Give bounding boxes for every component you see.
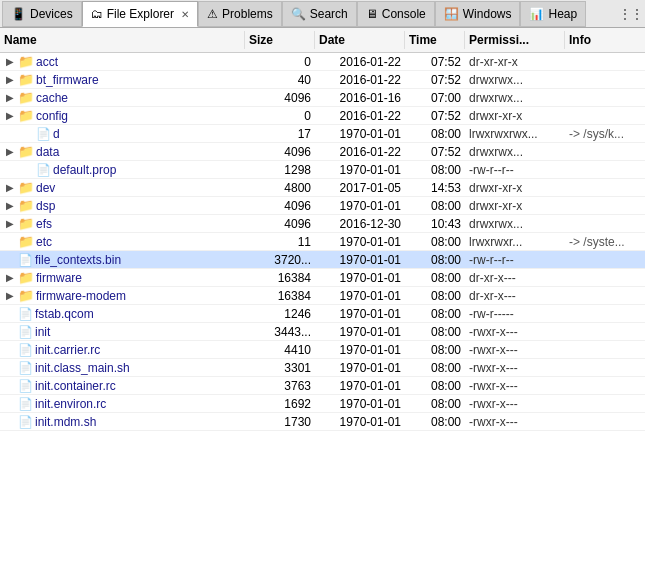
file-name-text: init <box>35 325 50 339</box>
file-size-cell: 4096 <box>245 90 315 106</box>
tab-label-devices: Devices <box>30 7 73 21</box>
file-perm-cell: drwxrwx... <box>465 144 565 160</box>
file-perm-cell: lrwxrwxrwx... <box>465 126 565 142</box>
tab-problems[interactable]: ⚠Problems <box>198 1 282 27</box>
tab-windows[interactable]: 🪟Windows <box>435 1 521 27</box>
file-name-text: acct <box>36 55 58 69</box>
folder-icon: 📁 <box>18 270 34 285</box>
tab-search[interactable]: 🔍Search <box>282 1 357 27</box>
file-time-cell: 08:00 <box>405 306 465 322</box>
file-row[interactable]: 📄init.container.rc37631970-01-0108:00-rw… <box>0 377 645 395</box>
file-info-cell <box>565 79 645 81</box>
file-time-cell: 08:00 <box>405 360 465 376</box>
file-name-cell: ▶📁firmware <box>0 269 245 286</box>
file-row[interactable]: ▶📁dsp40961970-01-0108:00drwxr-xr-x <box>0 197 645 215</box>
file-name-text: init.container.rc <box>35 379 116 393</box>
file-date-cell: 2016-12-30 <box>315 216 405 232</box>
file-name-cell: 📄init.class_main.sh <box>0 360 245 376</box>
file-name-cell: 📄init.container.rc <box>0 378 245 394</box>
file-name-text: etc <box>36 235 52 249</box>
expand-button[interactable]: ▶ <box>4 200 16 212</box>
toolbar-menu: ⋮⋮ <box>623 6 643 22</box>
file-info-cell <box>565 277 645 279</box>
col-header-time[interactable]: Time <box>405 31 465 49</box>
file-info-cell <box>565 151 645 153</box>
col-header-perms[interactable]: Permissi... <box>465 31 565 49</box>
file-name-cell: ▶📁acct <box>0 53 245 70</box>
file-info-cell <box>565 259 645 261</box>
col-header-info[interactable]: Info <box>565 31 645 49</box>
file-row[interactable]: 📄init3443...1970-01-0108:00-rwxr-x--- <box>0 323 645 341</box>
tab-file-explorer[interactable]: 🗂File Explorer✕ <box>82 1 198 27</box>
file-date-cell: 1970-01-01 <box>315 324 405 340</box>
file-row[interactable]: ▶📁data40962016-01-2207:52drwxrwx... <box>0 143 645 161</box>
file-row[interactable]: ▶📁bt_firmware402016-01-2207:52drwxrwx... <box>0 71 645 89</box>
file-name-cell: ▶📁config <box>0 107 245 124</box>
file-time-cell: 07:52 <box>405 72 465 88</box>
file-date-cell: 1970-01-01 <box>315 270 405 286</box>
file-size-cell: 4096 <box>245 198 315 214</box>
file-row[interactable]: ▶📁cache40962016-01-1607:00drwxrwx... <box>0 89 645 107</box>
file-row[interactable]: 📄init.carrier.rc44101970-01-0108:00-rwxr… <box>0 341 645 359</box>
file-row[interactable]: ▶📁firmware-modem163841970-01-0108:00dr-x… <box>0 287 645 305</box>
tab-heap[interactable]: 📊Heap <box>520 1 586 27</box>
col-header-size[interactable]: Size <box>245 31 315 49</box>
file-row[interactable]: 📄fstab.qcom12461970-01-0108:00-rw-r----- <box>0 305 645 323</box>
file-perm-cell: dr-xr-x--- <box>465 270 565 286</box>
file-icon: 📄 <box>18 307 33 321</box>
file-row[interactable]: 📄d171970-01-0108:00lrwxrwxrwx...-> /sys/… <box>0 125 645 143</box>
file-name-cell: ▶📁bt_firmware <box>0 71 245 88</box>
file-row[interactable]: ▶📁firmware163841970-01-0108:00dr-xr-x--- <box>0 269 645 287</box>
file-perm-cell: -rwxr-x--- <box>465 414 565 430</box>
folder-icon: 📁 <box>18 54 34 69</box>
col-header-date[interactable]: Date <box>315 31 405 49</box>
expand-button[interactable]: ▶ <box>4 92 16 104</box>
file-row[interactable]: ▶📁dev48002017-01-0514:53drwxr-xr-x <box>0 179 645 197</box>
file-icon: 📄 <box>18 343 33 357</box>
file-size-cell: 1692 <box>245 396 315 412</box>
file-name-text: firmware <box>36 271 82 285</box>
file-row[interactable]: 📄init.class_main.sh33011970-01-0108:00-r… <box>0 359 645 377</box>
file-icon: 📄 <box>18 397 33 411</box>
file-info-cell <box>565 187 645 189</box>
expand-button[interactable]: ▶ <box>4 182 16 194</box>
file-info-cell <box>565 223 645 225</box>
folder-icon: 📁 <box>18 108 34 123</box>
file-time-cell: 08:00 <box>405 342 465 358</box>
file-row[interactable]: 📄init.mdm.sh17301970-01-0108:00-rwxr-x--… <box>0 413 645 431</box>
file-size-cell: 4410 <box>245 342 315 358</box>
file-row[interactable]: 📄default.prop12981970-01-0108:00-rw-r--r… <box>0 161 645 179</box>
file-info-cell <box>565 385 645 387</box>
expand-button[interactable]: ▶ <box>4 56 16 68</box>
expand-button[interactable]: ▶ <box>4 110 16 122</box>
expand-button[interactable]: ▶ <box>4 290 16 302</box>
file-row[interactable]: ▶📁acct02016-01-2207:52dr-xr-xr-x <box>0 53 645 71</box>
tab-icon-heap: 📊 <box>529 7 544 21</box>
file-name-text: dev <box>36 181 55 195</box>
file-row[interactable]: ▶📁efs40962016-12-3010:43drwxrwx... <box>0 215 645 233</box>
expand-button[interactable]: ▶ <box>4 146 16 158</box>
folder-icon: 📁 <box>18 216 34 231</box>
file-name-cell: 📄init.carrier.rc <box>0 342 245 358</box>
expand-button[interactable]: ▶ <box>4 272 16 284</box>
file-icon: 📄 <box>18 415 33 429</box>
col-header-name[interactable]: Name <box>0 31 245 49</box>
tab-devices[interactable]: 📱Devices <box>2 1 82 27</box>
tab-label-console: Console <box>382 7 426 21</box>
expand-button[interactable]: ▶ <box>4 218 16 230</box>
file-row[interactable]: 📄init.environ.rc16921970-01-0108:00-rwxr… <box>0 395 645 413</box>
menu-icon[interactable]: ⋮⋮ <box>623 6 639 22</box>
expand-button[interactable]: ▶ <box>4 74 16 86</box>
file-perm-cell: -rwxr-x--- <box>465 396 565 412</box>
folder-icon: 📁 <box>18 90 34 105</box>
file-info-cell <box>565 295 645 297</box>
file-perm-cell: drwxrwx... <box>465 90 565 106</box>
file-row[interactable]: 📄file_contexts.bin3720...1970-01-0108:00… <box>0 251 645 269</box>
tab-console[interactable]: 🖥Console <box>357 1 435 27</box>
file-row[interactable]: 📁etc111970-01-0108:00lrwxrwxr...-> /syst… <box>0 233 645 251</box>
file-name-cell: ▶📁data <box>0 143 245 160</box>
tab-label-windows: Windows <box>463 7 512 21</box>
tab-close-file-explorer[interactable]: ✕ <box>181 9 189 20</box>
file-perm-cell: lrwxrwxr... <box>465 234 565 250</box>
file-row[interactable]: ▶📁config02016-01-2207:52drwxr-xr-x <box>0 107 645 125</box>
